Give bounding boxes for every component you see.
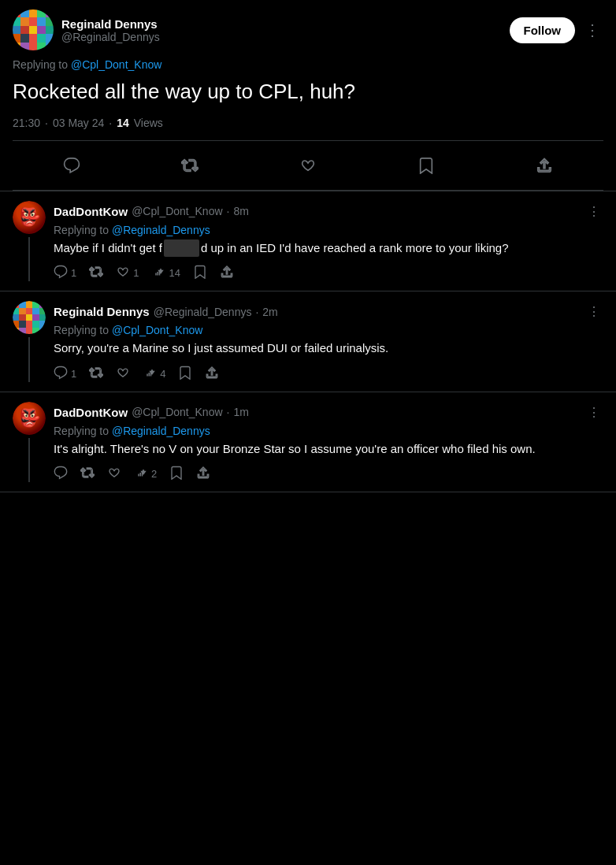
replying-to-link[interactable]: @Cpl_Dont_Know: [112, 324, 202, 336]
views-icon: [151, 265, 165, 281]
reply-item: Reginald Dennys @Reginald_Dennys · 2m ⋮ …: [0, 291, 616, 392]
reply-bookmark-action[interactable]: [193, 265, 207, 281]
reply-like-action[interactable]: 1: [116, 265, 139, 281]
display-name: Reginald Dennys: [61, 17, 160, 31]
reply-header: DadDontKow @Cpl_Dont_Know · 1m ⋮: [54, 402, 603, 423]
reply-text: Sorry, you're a Marine so I just assumed…: [54, 340, 603, 358]
views-count: 4: [160, 368, 165, 380]
reply-separator: ·: [255, 306, 258, 318]
reply-item: 👺 DadDontKow @Cpl_Dont_Know · 1m ⋮ Reply…: [0, 392, 616, 493]
tweet-meta: 21:30 · 03 May 24 · 14 Views: [13, 117, 603, 129]
tweet-date: 03 May 24: [53, 117, 104, 129]
retweet-icon: [89, 265, 103, 281]
reply-share-action[interactable]: [205, 366, 219, 382]
heart-icon: [116, 366, 130, 382]
reply-like-action[interactable]: [107, 466, 121, 482]
meta-dot2: ·: [109, 117, 112, 129]
views-count: 14: [117, 117, 129, 129]
bookmark-action[interactable]: [411, 150, 441, 180]
reply-replying-to: Replying to @Reginald_Dennys: [54, 224, 603, 236]
retweet-icon: [181, 157, 199, 174]
comment-icon: [63, 157, 80, 174]
share-action[interactable]: [529, 150, 559, 180]
svg-rect-3: [149, 373, 150, 377]
reply-content: Reginald Dennys @Reginald_Dennys · 2m ⋮ …: [54, 301, 603, 382]
reply-header: Reginald Dennys @Reginald_Dennys · 2m ⋮: [54, 301, 603, 322]
reply-content: DadDontKow @Cpl_Dont_Know · 8m ⋮ Replyin…: [54, 201, 603, 282]
reply-item: 👺 DadDontKow @Cpl_Dont_Know · 8m ⋮ Reply…: [0, 191, 616, 292]
retweet-action[interactable]: [175, 150, 205, 180]
reply-left: [13, 301, 46, 382]
reply-retweet-action[interactable]: [80, 466, 95, 482]
more-options-button[interactable]: ⋮: [581, 17, 603, 43]
comment-icon: [54, 466, 68, 482]
reply-bookmark-action[interactable]: [169, 466, 184, 482]
reply-comment-action[interactable]: [54, 466, 68, 482]
reginald-avatar: [13, 301, 46, 334]
retweet-icon: [80, 466, 95, 482]
reply-left: 👺: [13, 402, 46, 483]
bookmark-icon: [417, 157, 435, 174]
reply-retweet-action[interactable]: [89, 265, 103, 281]
reply-username: @Reginald_Dennys: [154, 306, 252, 318]
reply-to-label: Replying to @Cpl_Dont_Know: [13, 58, 603, 71]
views-icon: [134, 466, 148, 482]
reply-separator: ·: [227, 205, 230, 217]
bookmark-icon: [193, 265, 207, 281]
censored-text: [164, 239, 199, 258]
reply-actions: 2: [54, 466, 603, 482]
like-count: 1: [133, 267, 139, 279]
like-action[interactable]: [293, 150, 323, 180]
reply-header: DadDontKow @Cpl_Dont_Know · 8m ⋮: [54, 201, 603, 222]
reply-comment-action[interactable]: 1: [54, 366, 76, 382]
reply-bookmark-action[interactable]: [178, 366, 192, 382]
svg-rect-5: [147, 373, 148, 376]
reply-text: Maybe if I didn't get f d up in an IED I…: [54, 239, 603, 258]
svg-rect-0: [158, 272, 159, 276]
reply-actions: 1 1 14: [54, 265, 603, 281]
reply-display-name: Reginald Dennys: [54, 305, 150, 318]
tweet-text: Rocketed all the way up to CPL, huh?: [13, 79, 603, 106]
reply-time: 2m: [262, 306, 277, 318]
follow-button[interactable]: Follow: [510, 17, 576, 43]
reply-retweet-action[interactable]: [89, 366, 103, 382]
reply-replying-to: Replying to @Reginald_Dennys: [54, 425, 603, 437]
views-label: Views: [134, 117, 163, 129]
reply-header-info: Reginald Dennys @Reginald_Dennys · 2m: [54, 305, 278, 318]
reply-more-button[interactable]: ⋮: [584, 301, 603, 322]
thread-line: [28, 438, 30, 483]
reply-time: 8m: [233, 205, 248, 217]
reply-text: It's alright. There's no V on your Bronz…: [54, 440, 603, 458]
heart-icon: [107, 466, 121, 482]
reply-comment-action[interactable]: 1: [54, 265, 76, 281]
svg-rect-4: [150, 371, 152, 376]
reply-like-action[interactable]: [116, 366, 130, 382]
comment-action[interactable]: [57, 150, 87, 180]
reply-views-action[interactable]: 4: [143, 366, 165, 382]
comment-icon: [54, 366, 68, 382]
reply-username: @Cpl_Dont_Know: [132, 205, 222, 217]
tweet-header: Reginald Dennys @Reginald_Dennys Follow …: [13, 9, 603, 50]
reply-display-name: DadDontKow: [54, 406, 128, 419]
reply-header-info: DadDontKow @Cpl_Dont_Know · 8m: [54, 205, 249, 218]
reply-views-action[interactable]: 14: [151, 265, 180, 281]
svg-rect-2: [156, 273, 158, 276]
reply-more-button[interactable]: ⋮: [584, 201, 603, 222]
reply-share-action[interactable]: [220, 265, 234, 281]
reply-header-info: DadDontKow @Cpl_Dont_Know · 1m: [54, 406, 249, 419]
reply-more-button[interactable]: ⋮: [584, 402, 603, 423]
replying-to-link[interactable]: @Reginald_Dennys: [112, 425, 210, 437]
reply-replying-to: Replying to @Cpl_Dont_Know: [54, 324, 603, 336]
reply-share-action[interactable]: [196, 466, 210, 482]
views-icon: [143, 366, 157, 382]
comment-count: 1: [71, 267, 76, 279]
tweet-header-left: Reginald Dennys @Reginald_Dennys: [13, 9, 160, 50]
reply-views-action[interactable]: 2: [134, 466, 157, 482]
reply-content: DadDontKow @Cpl_Dont_Know · 1m ⋮ Replyin…: [54, 402, 603, 483]
reply-actions: 1 4: [54, 366, 603, 382]
views-count: 2: [151, 468, 157, 480]
replying-to-link[interactable]: @Reginald_Dennys: [112, 224, 210, 236]
comment-icon: [54, 265, 68, 281]
avatar: [13, 9, 54, 50]
reply-to-user-link[interactable]: @Cpl_Dont_Know: [71, 58, 161, 71]
